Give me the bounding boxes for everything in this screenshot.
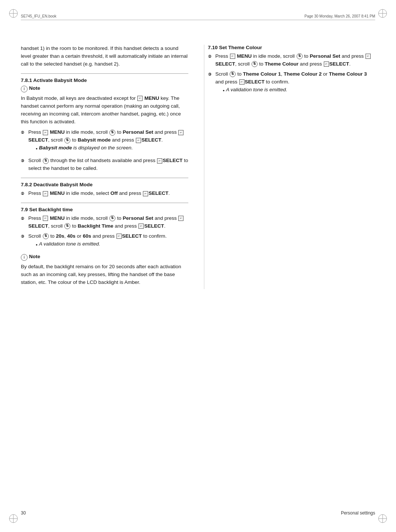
step-710-1: ② Press ⌐ MENU in idle mode, scroll ⇅ to… <box>208 53 376 68</box>
page-footer-label: Personal settings <box>341 510 375 516</box>
bullet-text-710-2: A validation tone is emitted. <box>226 86 287 94</box>
corner-mark-br <box>377 513 388 524</box>
heading-710: 7.10 Set Theme Colour <box>208 45 376 50</box>
scroll-icon-79-1: ⇅ <box>109 215 115 221</box>
step-79-1: ② Press ⌐ MENU in idle mode, scroll ⇅ to… <box>21 215 188 230</box>
note-box-781: i Note <box>21 85 188 92</box>
steps-list-782: ② Press ⌐ MENU in idle mode, select Off … <box>21 190 188 197</box>
heading-781: 7.8.1 Activate Babysit Mode <box>21 77 188 83</box>
select-btn-781-1b: ⌐ <box>136 138 141 143</box>
page-container: SE745_IFU_EN.book Page 30 Monday, March … <box>0 0 396 532</box>
step-text-781-2: Scroll ⇅ through the list of handsets av… <box>28 157 188 172</box>
note-icon-79: i <box>21 254 28 261</box>
page-number: 30 <box>21 510 26 516</box>
select-btn-79-2: ⌐ <box>116 234 122 239</box>
step-782-1: ② Press ⌐ MENU in idle mode, select Off … <box>21 190 188 197</box>
note-icon-781: i <box>21 86 28 92</box>
select-btn-79-1: ⌐ <box>178 216 183 221</box>
step-781-2: ③ Scroll ⇅ through the list of handsets … <box>21 157 188 172</box>
select-btn-710-1b: ⌐ <box>324 61 329 67</box>
steps-list-781: ② Press ⌐ MENU in idle mode, scroll ⇅ to… <box>21 129 188 172</box>
menu-btn-icon-note: ⌐ <box>137 96 143 101</box>
select-btn-781-2: ⌐ <box>157 158 162 164</box>
scroll-icon-781-1b: ⇅ <box>64 137 70 143</box>
select-btn-782-1: ⌐ <box>143 191 148 196</box>
step-710-2: ③ Scroll ⇅ to Theme Colour 1, Theme Colo… <box>208 70 376 96</box>
step-text-79-2: Scroll ⇅ to 20s, 40s or 60s and press ⌐S… <box>28 232 167 251</box>
bullet-text-79-2: A validation tone is emitted. <box>39 240 100 248</box>
note-text-781: In Babysit mode, all keys are deactivate… <box>21 95 188 126</box>
bullet-79-2: • A validation tone is emitted. <box>36 240 167 249</box>
corner-mark-bl <box>8 513 19 524</box>
bullet-dot-710-2: • <box>223 87 225 95</box>
select-btn-79-1b: ⌐ <box>138 224 144 229</box>
scroll-icon-710-2: ⇅ <box>230 71 236 77</box>
scroll-icon-79-2: ⇅ <box>43 233 49 239</box>
rule-781 <box>21 73 188 74</box>
intro-paragraph: handset 1) in the room to be monitored. … <box>21 45 188 68</box>
file-info-bar: SE745_IFU_EN.book Page 30 Monday, March … <box>21 14 375 20</box>
step-79-2: ③ Scroll ⇅ to 20s, 40s or 60s and press … <box>21 232 188 251</box>
scroll-icon-79-1b: ⇅ <box>64 223 70 229</box>
heading-79: 7.9 Set Backlight time <box>21 207 188 212</box>
bullet-text-781-1: Babysit mode is displayed on the screen. <box>39 144 133 152</box>
bullet-781-1: • Babysit mode is displayed on the scree… <box>36 144 188 153</box>
corner-mark-tl <box>8 8 19 19</box>
step-text-782-1: Press ⌐ MENU in idle mode, select Off an… <box>28 190 170 197</box>
menu-btn-79-1: ⌐ <box>43 216 48 221</box>
bullet-dot-781-1: • <box>36 145 38 153</box>
step-text-710-1: Press ⌐ MENU in idle mode, scroll ⇅ to P… <box>215 53 376 68</box>
step-num-710-2: ③ <box>208 72 213 77</box>
steps-list-710: ② Press ⌐ MENU in idle mode, scroll ⇅ to… <box>208 53 376 96</box>
step-text-710-2: Scroll ⇅ to Theme Colour 1, Theme Colour… <box>215 70 376 96</box>
bullet-dot-79-2: • <box>36 241 38 249</box>
note-label-79: Note <box>29 254 40 259</box>
file-info-page: Page 30 Monday, March 26, 2007 8:41 PM <box>304 14 375 18</box>
corner-mark-tr <box>377 8 388 19</box>
step-num-781-2: ③ <box>21 158 26 164</box>
step-text-79-1: Press ⌐ MENU in idle mode, scroll ⇅ to P… <box>28 215 188 230</box>
note-box-79: i Note <box>21 254 188 261</box>
menu-btn-782-1: ⌐ <box>43 191 48 196</box>
select-btn-781-1: ⌐ <box>178 130 183 135</box>
scroll-icon-781-2: ⇅ <box>43 158 49 164</box>
steps-list-79: ② Press ⌐ MENU in idle mode, scroll ⇅ to… <box>21 215 188 251</box>
step-num-79-1: ② <box>21 216 26 222</box>
select-btn-710-1: ⌐ <box>365 54 371 59</box>
left-column: handset 1) in the room to be monitored. … <box>21 45 192 289</box>
menu-btn-710-1: ⌐ <box>230 54 235 59</box>
rule-782 <box>21 178 188 178</box>
step-num-781-1: ② <box>21 130 26 136</box>
step-num-710-1: ② <box>208 54 213 60</box>
two-column-layout: handset 1) in the room to be monitored. … <box>0 45 396 289</box>
right-column: 7.10 Set Theme Colour ② Press ⌐ MENU in … <box>204 45 376 289</box>
file-info-text: SE745_IFU_EN.book <box>21 14 57 18</box>
step-num-79-2: ③ <box>21 234 26 240</box>
scroll-icon-710-1: ⇅ <box>297 53 303 59</box>
scroll-icon-781-1: ⇅ <box>109 130 115 136</box>
step-num-782-1: ② <box>21 191 26 197</box>
heading-782: 7.8.2 Deactivate Babysit Mode <box>21 182 188 187</box>
step-text-781-1: Press ⌐ MENU in idle mode, scroll ⇅ to P… <box>28 129 188 155</box>
rule-79 <box>21 203 188 203</box>
bullet-710-2: • A validation tone is emitted. <box>223 86 376 95</box>
scroll-icon-710-1b: ⇅ <box>252 61 258 67</box>
note-label-781: Note <box>29 85 40 91</box>
step-781-1: ② Press ⌐ MENU in idle mode, scroll ⇅ to… <box>21 129 188 155</box>
select-btn-710-2: ⌐ <box>239 79 245 85</box>
menu-btn-781-1: ⌐ <box>43 130 48 135</box>
note-text-79: By default, the backlight remains on for… <box>21 263 188 286</box>
